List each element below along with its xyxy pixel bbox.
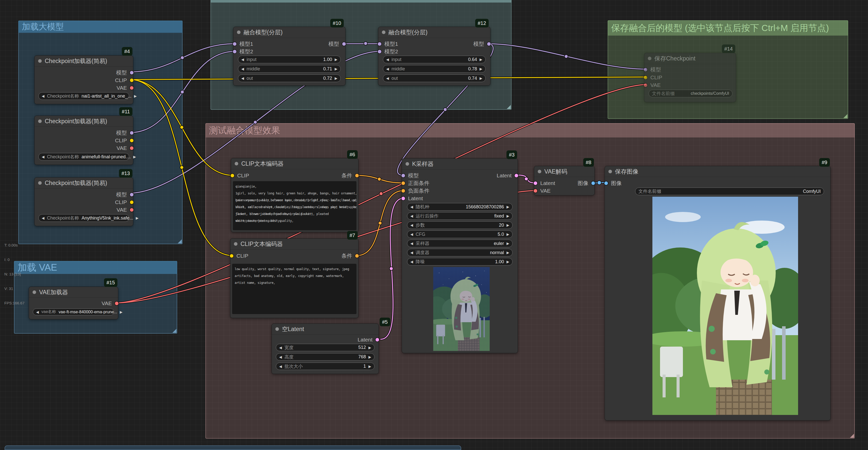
widget-filename-prefix[interactable]: 文件名前缀 checkpoints/ComfyUI bbox=[649, 90, 733, 97]
increment-arrow-icon[interactable]: ▶ bbox=[506, 214, 509, 218]
node-titlebar[interactable]: Checkpoint加载器(简易) bbox=[35, 56, 133, 67]
node-titlebar[interactable]: 融合模型(分层) bbox=[234, 27, 345, 38]
output-conditioning[interactable]: 条件 bbox=[341, 252, 358, 260]
widget-height[interactable]: ◀ 高度 768 ▶ bbox=[276, 353, 374, 360]
decrement-arrow-icon[interactable]: ◀ bbox=[279, 346, 282, 350]
widget-middle-ratio[interactable]: ◀ middle 0.78 ▶ bbox=[383, 65, 486, 73]
node-vae-loader-15[interactable]: #15 VAE加载器 VAE ◀ vae名称 vae-ft-mse-840000… bbox=[29, 287, 118, 319]
output-model[interactable]: 模型 bbox=[473, 40, 490, 48]
latent-port-icon[interactable] bbox=[514, 173, 519, 178]
input-positive[interactable]: 正面条件 bbox=[402, 180, 429, 187]
output-vae[interactable]: VAE bbox=[117, 84, 133, 92]
input-clip[interactable]: CLIP bbox=[231, 172, 249, 180]
group-test-titlebar[interactable]: 测试融合模型效果 bbox=[206, 123, 855, 137]
input-negative[interactable]: 负面条件 bbox=[402, 187, 429, 195]
model-port-icon[interactable] bbox=[232, 49, 237, 54]
latent-port-icon[interactable] bbox=[401, 196, 405, 201]
increment-arrow-icon[interactable]: ▶ bbox=[506, 205, 509, 209]
widget-filename-prefix[interactable]: 文件名前缀 ComfyUI bbox=[635, 188, 824, 195]
decrement-arrow-icon[interactable]: ◀ bbox=[241, 67, 244, 71]
decrement-arrow-icon[interactable]: ◀ bbox=[410, 232, 413, 236]
input-model1[interactable]: 模型1 bbox=[234, 40, 253, 48]
widget-width[interactable]: ◀ 宽度 512 ▶ bbox=[276, 344, 374, 351]
group-resize-handle[interactable] bbox=[178, 239, 182, 244]
widget-control-after-generate[interactable]: ◀ 运行后操作 fixed ▶ bbox=[407, 212, 513, 220]
collapse-dot-icon[interactable] bbox=[538, 170, 541, 173]
latent-port-icon[interactable] bbox=[533, 181, 538, 186]
output-model[interactable]: 模型 bbox=[116, 191, 133, 198]
model-port-icon[interactable] bbox=[342, 42, 346, 46]
model-port-icon[interactable] bbox=[377, 42, 382, 46]
output-vae[interactable]: VAE bbox=[102, 299, 118, 307]
group-save-merged-titlebar[interactable]: 保存融合后的模型 (选中该节点后按下 Ctrl+M 启用节点) bbox=[608, 20, 848, 36]
conditioning-port-icon[interactable] bbox=[355, 254, 359, 258]
decrement-arrow-icon[interactable]: ◀ bbox=[410, 242, 413, 246]
group-load-models-titlebar[interactable]: 加载大模型 bbox=[18, 21, 183, 33]
node-clip-text-encode-positive-6[interactable]: #6 CLIP文本编码器 CLIP 条件 qianqianjie, 1girl,… bbox=[231, 158, 359, 232]
widget-denoise[interactable]: ◀ 降噪 1.00 ▶ bbox=[407, 258, 513, 265]
prev-arrow-icon[interactable]: ◀ bbox=[42, 155, 44, 159]
model-port-icon[interactable] bbox=[129, 192, 134, 197]
widget-out-ratio[interactable]: ◀ out 0.74 ▶ bbox=[383, 74, 486, 82]
node-titlebar[interactable]: 空Latent bbox=[272, 324, 379, 335]
input-latent[interactable]: Latent bbox=[402, 195, 423, 202]
model-port-icon[interactable] bbox=[129, 131, 134, 135]
increment-arrow-icon[interactable]: ▶ bbox=[506, 242, 509, 246]
model-port-icon[interactable] bbox=[401, 173, 405, 178]
increment-arrow-icon[interactable]: ▶ bbox=[479, 57, 482, 62]
vae-port-icon[interactable] bbox=[129, 207, 134, 212]
image-port-icon[interactable] bbox=[604, 181, 609, 186]
node-model-merge-12[interactable]: #12 融合模型(分层) 模型1 模型2 模型 ◀ input 0.64 ▶ ◀… bbox=[378, 27, 491, 86]
input-image[interactable]: 图像 bbox=[605, 180, 622, 187]
widget-scheduler[interactable]: ◀ 调度器 normal ▶ bbox=[407, 249, 513, 256]
collapse-dot-icon[interactable] bbox=[237, 31, 241, 34]
decrement-arrow-icon[interactable]: ◀ bbox=[410, 251, 413, 255]
decrement-arrow-icon[interactable]: ◀ bbox=[279, 364, 282, 368]
output-vae[interactable]: VAE bbox=[117, 206, 133, 214]
output-model[interactable]: 模型 bbox=[116, 69, 133, 76]
increment-arrow-icon[interactable]: ▶ bbox=[479, 76, 482, 80]
collapse-dot-icon[interactable] bbox=[235, 162, 238, 165]
node-checkpoint-loader-13[interactable]: #13 Checkpoint加载器(简易) 模型 CLIP VAE ◀ Chec… bbox=[34, 178, 133, 226]
vae-port-icon[interactable] bbox=[643, 83, 648, 88]
vae-port-icon[interactable] bbox=[533, 189, 538, 193]
node-ksampler-3[interactable]: #3 K采样器 模型 正面条件 负面条件 Latent Latent ◀ 随机种… bbox=[402, 158, 518, 353]
collapse-dot-icon[interactable] bbox=[609, 170, 612, 173]
model-port-icon[interactable] bbox=[129, 70, 134, 75]
clip-port-icon[interactable] bbox=[129, 200, 134, 204]
increment-arrow-icon[interactable]: ▶ bbox=[506, 223, 509, 227]
decrement-arrow-icon[interactable]: ◀ bbox=[279, 355, 282, 359]
collapse-dot-icon[interactable] bbox=[405, 162, 409, 166]
collapse-dot-icon[interactable] bbox=[38, 181, 42, 185]
node-clip-text-encode-negative-7[interactable]: #7 CLIP文本编码器 CLIP 条件 low quality, worst … bbox=[230, 238, 359, 318]
node-titlebar[interactable]: 融合模型(分层) bbox=[378, 27, 490, 38]
group-load-vae-titlebar[interactable]: 加载 VAE bbox=[14, 261, 177, 274]
widget-cfg[interactable]: ◀ CFG 5.0 ▶ bbox=[407, 230, 513, 238]
output-conditioning[interactable]: 条件 bbox=[341, 172, 358, 180]
widget-middle-ratio[interactable]: ◀ middle 0.71 ▶ bbox=[238, 65, 341, 73]
widget-batch-size[interactable]: ◀ 批次大小 1 ▶ bbox=[276, 362, 374, 370]
node-titlebar[interactable]: CLIP文本编码器 bbox=[230, 238, 358, 250]
prompt-textarea[interactable]: qianqianjie, 1girl, solo, very long hair… bbox=[233, 181, 356, 230]
collapse-dot-icon[interactable] bbox=[648, 57, 651, 60]
group-merge-titlebar[interactable] bbox=[211, 0, 512, 3]
node-titlebar[interactable]: 保存图像 bbox=[605, 166, 830, 177]
output-clip[interactable]: CLIP bbox=[115, 137, 133, 144]
decrement-arrow-icon[interactable]: ◀ bbox=[386, 67, 389, 71]
output-latent[interactable]: Latent bbox=[358, 336, 379, 344]
decrement-arrow-icon[interactable]: ◀ bbox=[410, 260, 413, 264]
input-model[interactable]: 模型 bbox=[644, 66, 661, 73]
next-arrow-icon[interactable]: ▶ bbox=[120, 310, 123, 314]
input-model2[interactable]: 模型2 bbox=[234, 48, 253, 55]
decrement-arrow-icon[interactable]: ◀ bbox=[386, 76, 389, 80]
prev-arrow-icon[interactable]: ◀ bbox=[42, 216, 44, 220]
collapse-dot-icon[interactable] bbox=[275, 327, 279, 331]
increment-arrow-icon[interactable]: ▶ bbox=[335, 57, 337, 62]
group-resize-handle[interactable] bbox=[843, 114, 847, 118]
widget-ckpt-name[interactable]: ◀ Checkpoint名称 nai1-artist_all_in_one_..… bbox=[38, 92, 129, 100]
conditioning-port-icon[interactable] bbox=[355, 173, 359, 178]
node-checkpoint-loader-11[interactable]: #11 Checkpoint加载器(简易) 模型 CLIP VAE ◀ Chec… bbox=[34, 116, 133, 165]
widget-input-ratio[interactable]: ◀ input 0.64 ▶ bbox=[383, 56, 486, 63]
next-arrow-icon[interactable]: ▶ bbox=[133, 155, 136, 159]
output-clip[interactable]: CLIP bbox=[115, 76, 133, 84]
